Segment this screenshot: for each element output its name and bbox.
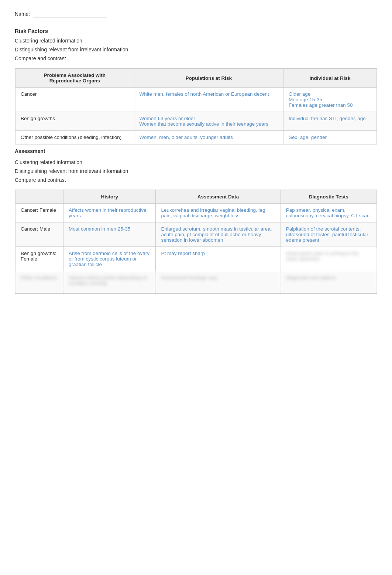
assess-row2-history: Most common in men 25-35	[63, 222, 156, 247]
assessment-label: Assessment	[15, 148, 377, 154]
name-label: Name:	[15, 11, 30, 17]
assess-col-label	[16, 190, 63, 204]
assess-row1-history: Affects women in their reproductive year…	[63, 204, 156, 222]
assess-col-assessment: Assessment Data	[156, 190, 281, 204]
risk-row2-populations: Women 63 years or olderWomen that become…	[134, 112, 283, 131]
assessment-table: History Assessment Data Diagnostic Tests…	[15, 190, 377, 294]
risk-factors-title: Risk Factors	[15, 28, 377, 34]
assess-row4-tests: Diagnostic test options	[281, 271, 376, 293]
assess-col-history: History	[63, 190, 156, 204]
table-row: Cancer: Female Affects women in their re…	[16, 204, 377, 222]
assessment-item-1: Clustering related information	[15, 159, 377, 165]
table-row: Benign growths: Female Arise from dermoi…	[16, 247, 377, 271]
risk-row3-problem: Other possible conditions (bleeding, inf…	[16, 131, 134, 144]
assess-row3-assessment: Pt may report sharp	[156, 247, 281, 271]
assess-row4-label: Other conditions	[16, 271, 63, 293]
assess-row4-history: Various history points depending on cond…	[63, 271, 156, 293]
assess-row1-assessment: Leukorrehea and irregular vaginal bleedi…	[156, 204, 281, 222]
risk-col-populations: Populations at Risk	[134, 69, 283, 88]
risk-row3-individual: Sex, age, gender	[283, 131, 377, 144]
risk-row1-individual: Older ageMen age 15-35Females age greate…	[283, 88, 377, 112]
assess-row1-tests: Pap smear, physical exam, colonoscopy, c…	[281, 204, 376, 222]
risk-row2-problem: Benign growths	[16, 112, 134, 131]
name-field-container: Name:	[15, 11, 377, 17]
table-row: Benign growths Women 63 years or olderWo…	[16, 112, 377, 131]
risk-row1-problem: Cancer	[16, 88, 134, 112]
table-row: Cancer: Male Most common in men 25-35 En…	[16, 222, 377, 247]
risk-item-3: Compare and contrast	[15, 55, 377, 61]
assess-row2-tests: Palpitation of the scrotal contents, ult…	[281, 222, 376, 247]
table-row: Other conditions Various history points …	[16, 271, 377, 293]
risk-col-problem: Problems Associated withReproductive Org…	[16, 69, 134, 88]
table-row: Other possible conditions (bleeding, inf…	[16, 131, 377, 144]
assess-row2-label: Cancer: Male	[16, 222, 63, 247]
assess-row3-tests: sharp pelvic pain or aching in the lower…	[281, 247, 376, 271]
risk-item-2: Distinguishing relevant from irrelevant …	[15, 47, 377, 52]
assess-row3-label: Benign growths: Female	[16, 247, 63, 271]
risk-factors-section: Risk Factors Clustering related informat…	[15, 28, 377, 61]
risk-row1-populations: White men, females of north American or …	[134, 88, 283, 112]
risk-col-individual: Individual at Risk	[283, 69, 377, 88]
name-underline	[33, 11, 107, 17]
risk-table: Problems Associated withReproductive Org…	[15, 68, 377, 144]
assessment-section: Clustering related information Distingui…	[15, 159, 377, 183]
risk-row3-populations: Women, men, older adults, younger adults	[134, 131, 283, 144]
assessment-item-3: Compare and contrast	[15, 177, 377, 183]
table-row: Cancer White men, females of north Ameri…	[16, 88, 377, 112]
assess-row4-assessment: Assessment findings vary	[156, 271, 281, 293]
assess-row2-assessment: Enlarged scrotum, smooth mass in testicu…	[156, 222, 281, 247]
assess-col-tests: Diagnostic Tests	[281, 190, 376, 204]
risk-item-1: Clustering related information	[15, 38, 377, 44]
assess-row1-label: Cancer: Female	[16, 204, 63, 222]
assessment-item-2: Distinguishing relevant from irrelevant …	[15, 168, 377, 174]
assess-row3-history: Arise from dermoid cells of the ovary or…	[63, 247, 156, 271]
risk-row2-individual: Individual the has STI, gender, age	[283, 112, 377, 131]
